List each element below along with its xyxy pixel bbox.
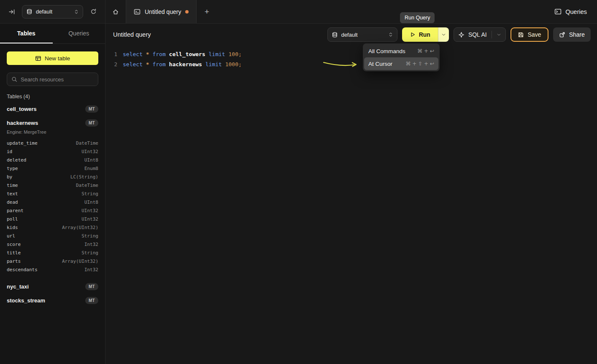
search-input[interactable] bbox=[21, 76, 94, 83]
engine-badge: MT bbox=[85, 119, 98, 127]
line-number: 2 bbox=[105, 61, 117, 67]
code-line[interactable]: 1select * from cell_towers limit 100; bbox=[105, 49, 597, 59]
column-name: dead bbox=[7, 200, 18, 205]
table-name: nyc_taxi bbox=[7, 283, 29, 290]
menu-item[interactable]: At Cursor⌘ + ⇧ + ↩ bbox=[364, 57, 438, 70]
menu-item-shortcut: ⌘ + ⇧ + ↩ bbox=[406, 61, 434, 67]
tab-queries[interactable]: Queries bbox=[53, 24, 105, 43]
save-icon bbox=[518, 32, 524, 38]
tab-tables-label: Tables bbox=[17, 30, 35, 37]
menu-item-label: All Commands bbox=[368, 48, 405, 54]
chevron-down-icon bbox=[497, 32, 501, 37]
column-row[interactable]: byLC(String) bbox=[7, 173, 98, 181]
column-row[interactable]: scoreInt32 bbox=[7, 240, 98, 248]
refresh-button[interactable] bbox=[87, 6, 99, 18]
line-number: 1 bbox=[105, 51, 117, 57]
column-row[interactable]: partsArray(UInt32) bbox=[7, 257, 98, 265]
share-icon bbox=[559, 32, 565, 38]
database-icon bbox=[26, 8, 32, 15]
table-name: cell_towers bbox=[7, 106, 37, 112]
table-row[interactable]: stocks_streamMT bbox=[7, 294, 98, 307]
sql-editor[interactable]: 1select * from cell_towers limit 100;2se… bbox=[105, 46, 597, 364]
sql-ai-button[interactable]: SQL AI bbox=[454, 27, 506, 42]
column-name: descendants bbox=[7, 267, 38, 272]
home-tab-button[interactable] bbox=[105, 0, 126, 23]
menu-item-label: At Cursor bbox=[368, 61, 392, 67]
column-row[interactable]: descendantsInt32 bbox=[7, 265, 98, 274]
column-row[interactable]: textString bbox=[7, 189, 98, 198]
column-type: UInt8 bbox=[84, 200, 98, 205]
table-grid-icon bbox=[35, 55, 41, 62]
column-name: url bbox=[7, 233, 15, 239]
database-selector[interactable]: default bbox=[22, 5, 83, 19]
tab-untitled-query[interactable]: Untitled query bbox=[126, 0, 197, 23]
updown-chevron-icon bbox=[388, 32, 393, 38]
column-row[interactable]: update_timeDateTime bbox=[7, 139, 98, 147]
column-name: title bbox=[7, 250, 21, 256]
column-name: poll bbox=[7, 216, 18, 222]
app-window: default Untitled query bbox=[0, 0, 597, 364]
run-button-group: Run bbox=[402, 27, 449, 42]
column-type: LC(String) bbox=[70, 174, 98, 180]
engine-badge: MT bbox=[85, 297, 98, 304]
database-selector-value: default bbox=[36, 8, 70, 15]
query-database-value: default bbox=[341, 32, 385, 38]
search-icon bbox=[11, 76, 17, 82]
unsaved-dot bbox=[185, 10, 189, 13]
sidebar-tabs: Tables Queries bbox=[0, 24, 105, 44]
column-name: score bbox=[7, 242, 21, 247]
run-query-tooltip: Run Query bbox=[400, 12, 435, 23]
column-name: deleted bbox=[7, 157, 26, 163]
button-divider bbox=[492, 31, 492, 38]
page-title: Untitled query bbox=[113, 31, 151, 38]
engine-badge: MT bbox=[85, 105, 98, 113]
queries-button[interactable]: Queries bbox=[554, 8, 587, 15]
column-row[interactable]: deletedUInt8 bbox=[7, 156, 98, 164]
column-type: String bbox=[81, 233, 98, 239]
run-button[interactable]: Run bbox=[402, 27, 438, 42]
refresh-icon bbox=[90, 8, 97, 15]
new-table-button[interactable]: New table bbox=[7, 51, 98, 65]
collapse-sidebar-icon bbox=[8, 8, 15, 15]
table-row[interactable]: hackernewsMT bbox=[7, 116, 98, 130]
sql-ai-button-label: SQL AI bbox=[468, 31, 487, 38]
query-controls: default Run bbox=[327, 27, 591, 42]
new-tab-button[interactable]: + bbox=[197, 0, 217, 23]
column-type: Int32 bbox=[84, 242, 98, 247]
column-row[interactable]: urlString bbox=[7, 232, 98, 240]
column-row[interactable]: titleString bbox=[7, 248, 98, 257]
query-header: Untitled query default bbox=[105, 24, 597, 46]
save-button-label: Save bbox=[528, 31, 541, 38]
collapse-sidebar-button[interactable] bbox=[6, 6, 18, 18]
table-row[interactable]: nyc_taxiMT bbox=[7, 280, 98, 294]
table-row[interactable]: cell_towersMT bbox=[7, 102, 98, 116]
column-type: UInt32 bbox=[81, 149, 98, 154]
engine-badge: MT bbox=[85, 283, 98, 290]
tab-tables[interactable]: Tables bbox=[0, 24, 53, 43]
column-row[interactable]: pollUInt32 bbox=[7, 215, 98, 223]
share-button[interactable]: Share bbox=[553, 27, 591, 42]
column-type: Array(UInt32) bbox=[62, 225, 98, 230]
column-type: DateTime bbox=[76, 140, 98, 146]
column-type: String bbox=[81, 191, 98, 197]
query-database-selector[interactable]: default bbox=[327, 27, 397, 42]
column-row[interactable]: idUInt32 bbox=[7, 147, 98, 156]
column-type: String bbox=[81, 250, 98, 256]
database-icon bbox=[332, 32, 338, 38]
column-row[interactable]: timeDateTime bbox=[7, 181, 98, 189]
column-row[interactable]: deadUInt8 bbox=[7, 198, 98, 206]
tab-label: Untitled query bbox=[145, 8, 181, 15]
tab-strip: Untitled query + bbox=[105, 0, 217, 23]
menu-item[interactable]: All Commands⌘ + ↩ bbox=[364, 45, 438, 57]
column-name: type bbox=[7, 166, 18, 171]
column-row[interactable]: parentUInt32 bbox=[7, 206, 98, 215]
column-row[interactable]: kidsArray(UInt32) bbox=[7, 223, 98, 232]
resources-panel: Tables (4) cell_towersMThackernewsMTEngi… bbox=[0, 86, 105, 307]
plus-icon: + bbox=[205, 7, 209, 16]
run-options-button[interactable] bbox=[438, 27, 449, 42]
column-list: update_timeDateTimeidUInt32deletedUInt8t… bbox=[7, 139, 98, 274]
column-name: id bbox=[7, 149, 12, 154]
save-button[interactable]: Save bbox=[511, 27, 548, 42]
column-row[interactable]: typeEnum8 bbox=[7, 164, 98, 173]
code-text: select * from hackernews limit 1000; bbox=[123, 61, 242, 67]
